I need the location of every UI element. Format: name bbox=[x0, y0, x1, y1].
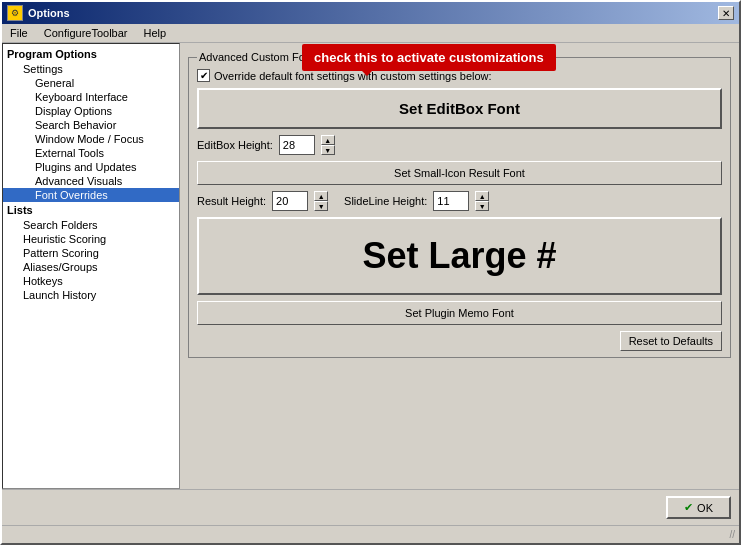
menu-file[interactable]: File bbox=[6, 26, 32, 40]
editbox-height-input[interactable] bbox=[279, 135, 315, 155]
reset-defaults-button[interactable]: Reset to Defaults bbox=[620, 331, 722, 351]
title-bar: ⚙ Options ✕ bbox=[2, 2, 739, 24]
sidebar-section-lists[interactable]: Lists bbox=[3, 202, 179, 218]
sidebar-section-program-options[interactable]: Program Options bbox=[3, 46, 179, 62]
sidebar-item-settings[interactable]: Settings bbox=[3, 62, 179, 76]
sidebar-item-advanced-visuals[interactable]: Advanced Visuals bbox=[3, 174, 179, 188]
set-plugin-memo-font-button[interactable]: Set Plugin Memo Font bbox=[197, 301, 722, 325]
sidebar-item-heuristic-scoring[interactable]: Heuristic Scoring bbox=[3, 232, 179, 246]
editbox-height-label: EditBox Height: bbox=[197, 139, 273, 151]
main-panel: Advanced Custom Font Configuration ✔ Ove… bbox=[180, 43, 739, 489]
ok-button[interactable]: ✔ OK bbox=[666, 496, 731, 519]
sidebar-item-font-overrides[interactable]: Font Overrides bbox=[3, 188, 179, 202]
editbox-height-spinners: ▲ ▼ bbox=[321, 135, 335, 155]
bottom-bar: ✔ OK bbox=[2, 489, 739, 525]
editbox-height-up[interactable]: ▲ bbox=[321, 135, 335, 145]
slideline-height-up[interactable]: ▲ bbox=[475, 191, 489, 201]
set-small-icon-font-button[interactable]: Set Small-Icon Result Font bbox=[197, 161, 722, 185]
status-bar: // bbox=[2, 525, 739, 543]
slideline-height-label: SlideLine Height: bbox=[344, 195, 427, 207]
ok-checkmark-icon: ✔ bbox=[684, 501, 693, 514]
result-height-down[interactable]: ▼ bbox=[314, 201, 328, 211]
tooltip-callout: check this to activate customizations bbox=[302, 44, 556, 71]
sidebar-item-pattern-scoring[interactable]: Pattern Scoring bbox=[3, 246, 179, 260]
slideline-height-input[interactable] bbox=[433, 191, 469, 211]
result-height-input[interactable] bbox=[272, 191, 308, 211]
result-height-label: Result Height: bbox=[197, 195, 266, 207]
result-height-row: Result Height: ▲ ▼ SlideLine Height: ▲ ▼ bbox=[197, 191, 722, 211]
sidebar-item-keyboard-interface[interactable]: Keyboard Interface bbox=[3, 90, 179, 104]
override-label: Override default font settings with cust… bbox=[214, 70, 492, 82]
close-button[interactable]: ✕ bbox=[718, 6, 734, 20]
menu-bar: File ConfigureToolbar Help bbox=[2, 24, 739, 43]
sidebar: Program Options Settings General Keyboar… bbox=[2, 43, 180, 489]
sidebar-item-external-tools[interactable]: External Tools bbox=[3, 146, 179, 160]
window-icon: ⚙ bbox=[7, 5, 23, 21]
sidebar-item-hotkeys[interactable]: Hotkeys bbox=[3, 274, 179, 288]
resize-grip: // bbox=[729, 529, 735, 540]
font-config-group: Advanced Custom Font Configuration ✔ Ove… bbox=[188, 51, 731, 358]
sidebar-item-aliases-groups[interactable]: Aliases/Groups bbox=[3, 260, 179, 274]
override-checkbox[interactable]: ✔ bbox=[197, 69, 210, 82]
result-height-spinners: ▲ ▼ bbox=[314, 191, 328, 211]
options-window: ⚙ Options ✕ check this to activate custo… bbox=[0, 0, 741, 545]
slideline-height-down[interactable]: ▼ bbox=[475, 201, 489, 211]
set-editbox-font-button[interactable]: Set EditBox Font bbox=[197, 88, 722, 129]
sidebar-item-general[interactable]: General bbox=[3, 76, 179, 90]
sidebar-item-search-behavior[interactable]: Search Behavior bbox=[3, 118, 179, 132]
sidebar-item-launch-history[interactable]: Launch History bbox=[3, 288, 179, 302]
slideline-height-spinners: ▲ ▼ bbox=[475, 191, 489, 211]
menu-help[interactable]: Help bbox=[140, 26, 171, 40]
editbox-height-down[interactable]: ▼ bbox=[321, 145, 335, 155]
sidebar-item-display-options[interactable]: Display Options bbox=[3, 104, 179, 118]
content-area: Program Options Settings General Keyboar… bbox=[2, 43, 739, 489]
result-height-up[interactable]: ▲ bbox=[314, 191, 328, 201]
menu-configure-toolbar[interactable]: ConfigureToolbar bbox=[40, 26, 132, 40]
set-large-font-button[interactable]: Set Large # bbox=[197, 217, 722, 295]
editbox-height-row: EditBox Height: ▲ ▼ bbox=[197, 135, 722, 155]
sidebar-item-search-folders[interactable]: Search Folders bbox=[3, 218, 179, 232]
sidebar-item-window-mode-focus[interactable]: Window Mode / Focus bbox=[3, 132, 179, 146]
window-title: Options bbox=[28, 7, 70, 19]
ok-label: OK bbox=[697, 502, 713, 514]
sidebar-item-plugins-updates[interactable]: Plugins and Updates bbox=[3, 160, 179, 174]
